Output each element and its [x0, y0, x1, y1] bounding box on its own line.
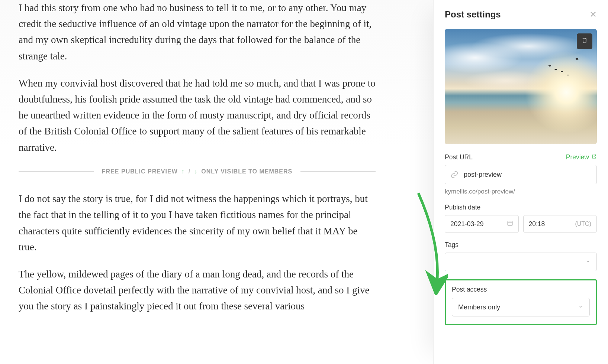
post-url-field: Post URL Preview post-preview kymellis.c… [445, 153, 597, 195]
post-editor[interactable]: I had this story from one who had no bus… [0, 0, 433, 364]
post-url-value: post-preview [464, 171, 591, 179]
post-access-select[interactable]: Members only [452, 298, 590, 316]
divider-slash: / [189, 167, 190, 176]
trash-icon [581, 37, 588, 46]
publish-date-label: Publish date [445, 204, 597, 211]
paragraph[interactable]: When my convivial host discovered that h… [19, 75, 376, 156]
close-icon[interactable]: ✕ [589, 10, 597, 19]
public-preview-label: FREE PUBLIC PREVIEW [102, 167, 178, 176]
delete-image-button[interactable] [577, 33, 592, 49]
paragraph[interactable]: I had this story from one who had no bus… [19, 0, 376, 64]
panel-title: Post settings [445, 9, 501, 20]
publish-date-field: Publish date 2021-03-29 20:18 (UTC) [445, 204, 597, 233]
utc-label: (UTC) [575, 221, 591, 227]
arrow-up-icon: ↑ [181, 167, 185, 176]
preview-link[interactable]: Preview [566, 153, 597, 161]
post-settings-panel: Post settings ✕ Post URL Preview [433, 0, 608, 364]
paragraph[interactable]: The yellow, mildewed pages of the diary … [19, 266, 376, 315]
feature-image[interactable] [445, 29, 597, 144]
tags-field: Tags [445, 241, 597, 271]
panel-header: Post settings ✕ [445, 9, 597, 20]
link-icon [450, 170, 459, 179]
publish-time-input[interactable]: 20:18 (UTC) [523, 215, 597, 233]
chevron-down-icon [585, 258, 591, 266]
post-body[interactable]: I had this story from one who had no bus… [19, 0, 376, 315]
arrow-down-icon: ↓ [194, 167, 197, 176]
tags-select[interactable] [445, 253, 597, 271]
tags-label: Tags [445, 241, 597, 249]
app-root: I had this story from one who had no bus… [0, 0, 608, 364]
preview-link-text: Preview [566, 153, 589, 161]
post-url-label: Post URL [445, 153, 473, 161]
publish-time-value: 20:18 [529, 220, 545, 228]
external-link-icon [591, 153, 597, 161]
divider-text: FREE PUBLIC PREVIEW ↑ / ↓ ONLY VISIBLE T… [94, 167, 300, 176]
content-visibility-divider: FREE PUBLIC PREVIEW ↑ / ↓ ONLY VISIBLE T… [19, 167, 376, 176]
post-access-value: Members only [458, 303, 500, 311]
paragraph[interactable]: I do not say the story is true, for I di… [19, 191, 376, 255]
chevron-down-icon [578, 303, 583, 311]
divider-line [300, 171, 376, 172]
post-url-input[interactable]: post-preview [445, 165, 597, 184]
publish-date-value: 2021-03-29 [450, 220, 484, 228]
post-access-label: Post access [452, 286, 590, 293]
calendar-icon [507, 220, 513, 228]
publish-date-input[interactable]: 2021-03-29 [445, 215, 519, 233]
divider-line [19, 171, 94, 172]
post-access-highlight: Post access Members only [445, 279, 597, 325]
full-url-display: kymellis.co/post-preview/ [445, 188, 597, 195]
members-only-label: ONLY VISIBLE TO MEMBERS [201, 167, 292, 176]
svg-rect-0 [508, 221, 512, 225]
